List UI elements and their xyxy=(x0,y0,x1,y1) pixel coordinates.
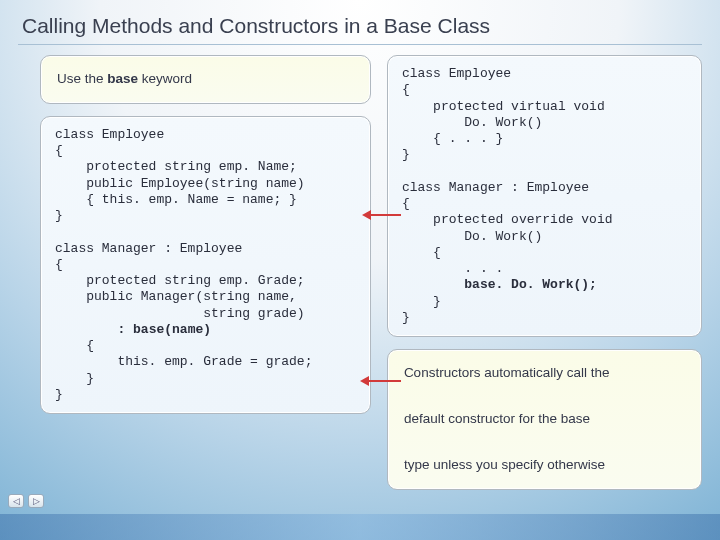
left-column: Use the base keyword class Employee { pr… xyxy=(40,55,371,490)
code-employee-manager-ctor: class Employee { protected string emp. N… xyxy=(40,116,371,414)
code-employee-manager-dowork: class Employee { protected virtual void … xyxy=(387,55,702,337)
use-base-keyword-box: Use the base keyword xyxy=(40,55,371,104)
footer-gradient xyxy=(0,514,720,540)
content-area: Use the base keyword class Employee { pr… xyxy=(0,55,720,490)
page-title: Calling Methods and Constructors in a Ba… xyxy=(0,0,720,44)
right-column: class Employee { protected virtual void … xyxy=(387,55,702,490)
arrow-to-base-name xyxy=(363,380,401,382)
slide-nav: ◁ ▷ xyxy=(8,494,44,508)
title-divider xyxy=(18,44,702,45)
constructor-note-box: Constructors automatically call the defa… xyxy=(387,349,702,490)
prev-button[interactable]: ◁ xyxy=(8,494,24,508)
next-button[interactable]: ▷ xyxy=(28,494,44,508)
arrow-to-dowork-code xyxy=(365,214,401,216)
